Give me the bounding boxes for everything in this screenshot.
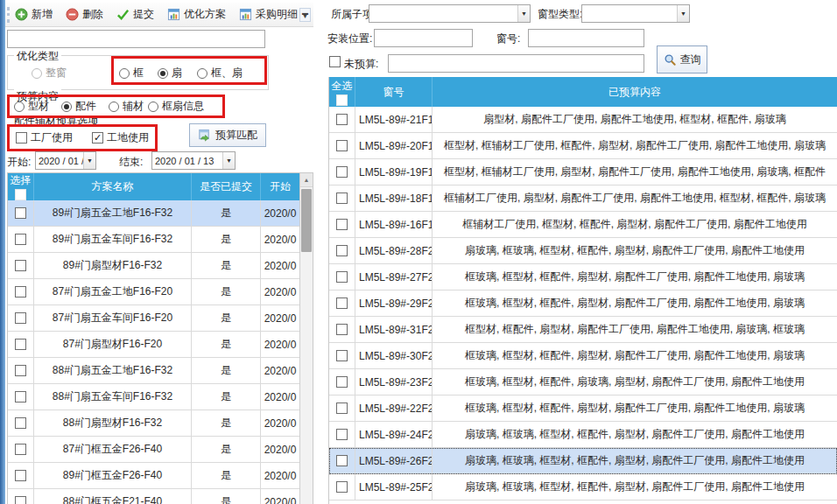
radio-option[interactable]: 型材 <box>14 99 49 114</box>
row-checkbox[interactable] <box>336 324 348 335</box>
chevron-down-icon[interactable]: ▼ <box>677 5 689 22</box>
radio-option[interactable]: 框、扇 <box>197 66 243 80</box>
start-date-picker[interactable]: 2020 / 01 / 1 ▼ <box>35 151 96 170</box>
submit-button[interactable]: 提交 <box>116 5 155 24</box>
window-no-column-header: 窗号 <box>355 77 433 107</box>
row-checkbox[interactable] <box>336 271 348 283</box>
unbudgeted-input[interactable] <box>389 55 644 72</box>
scrollbar-thumb[interactable] <box>301 189 312 252</box>
row-checkbox[interactable] <box>336 455 348 466</box>
row-checkbox[interactable] <box>15 470 26 481</box>
table-row[interactable]: LM5L-89#-20F18框型材, 框辅材工厂使用, 框配件, 扇型材, 扇配… <box>329 133 837 159</box>
plan-filter-input[interactable] <box>7 30 265 48</box>
table-row[interactable]: LM5L-89#-30F28框玻璃, 框型材, 框配件, 扇型材, 扇配件工厂使… <box>329 343 837 369</box>
radio-icon[interactable] <box>109 102 119 112</box>
radio-option[interactable]: 辅材 <box>109 99 144 114</box>
table-row[interactable]: 89#门扇五金工地F16-F32是2020/0 <box>8 200 313 227</box>
table-row[interactable]: 87#门扇五金工地F16-F20是2020/0 <box>8 279 313 305</box>
radio-selected-icon[interactable] <box>61 102 72 112</box>
row-checkbox[interactable] <box>336 298 348 309</box>
window-no-input[interactable] <box>529 30 644 46</box>
budget-match-button[interactable]: 预算匹配 <box>189 123 266 147</box>
table-row[interactable]: LM5L-89#-26F24扇玻璃, 框玻璃, 框型材, 框配件, 扇型材, 扇… <box>329 448 837 474</box>
chevron-down-icon[interactable]: ▼ <box>83 152 95 169</box>
row-checkbox[interactable] <box>15 286 26 298</box>
table-row[interactable]: 87#门扇型材F16-F20是2020/0 <box>8 332 313 358</box>
select-all-checkbox[interactable] <box>336 94 348 106</box>
row-checkbox[interactable] <box>15 207 26 219</box>
select-all-checkbox[interactable] <box>15 189 26 200</box>
row-checkbox[interactable] <box>15 312 26 324</box>
radio-option[interactable]: 框 <box>119 66 144 80</box>
table-row[interactable]: 88#门扇五金工地F16-F32是2020/0 <box>8 358 313 384</box>
table-row[interactable]: 89#门框五金F26-F40是2020/0 <box>8 463 313 489</box>
radio-icon[interactable] <box>14 102 25 112</box>
chevron-down-icon[interactable]: ▼ <box>222 152 235 169</box>
radio-icon[interactable] <box>32 68 42 79</box>
table-row[interactable]: 87#门扇五金车间F16-F20是2020/0 <box>8 305 313 332</box>
scroll-up-icon[interactable]: ▲ <box>300 173 313 187</box>
row-checkbox[interactable] <box>15 339 26 350</box>
radio-icon[interactable] <box>197 68 207 79</box>
table-row[interactable]: 89#门扇五金车间F16-F32是2020/0 <box>8 227 313 253</box>
row-checkbox[interactable] <box>15 260 26 271</box>
checkbox-icon[interactable] <box>16 132 27 144</box>
table-row[interactable]: 88#门扇五金车间F16-F32是2020/0 <box>8 384 313 410</box>
checkbox-option[interactable]: ✓工地使用 <box>92 130 149 145</box>
table-row[interactable]: LM5L-89#-27F25框玻璃, 框型材, 框配件, 扇型材, 扇配件工厂使… <box>329 264 837 290</box>
radio-option[interactable]: 扇 <box>158 66 182 80</box>
toolbar-overflow-button[interactable]: ▬▼ <box>299 8 311 22</box>
delete-button[interactable]: 删除 <box>65 5 104 24</box>
row-checkbox[interactable] <box>336 192 348 204</box>
table-row[interactable]: LM5L-89#-25F23扇玻璃, 框玻璃, 框型材, 框配件, 扇型材, 扇… <box>329 474 837 500</box>
radio-icon[interactable] <box>148 102 158 112</box>
row-checkbox[interactable] <box>15 234 26 245</box>
table-row[interactable]: 87#门框五金F26-F40是2020/0 <box>8 437 313 463</box>
row-checkbox[interactable] <box>15 417 26 429</box>
row-checkbox[interactable] <box>336 481 348 493</box>
table-row[interactable]: LM5L-89#-28F26扇玻璃, 框玻璃, 框型材, 框配件, 扇型材, 扇… <box>329 238 837 264</box>
radio-selected-icon[interactable] <box>158 68 168 79</box>
row-checkbox[interactable] <box>15 496 26 504</box>
row-checkbox[interactable] <box>336 402 348 414</box>
query-button[interactable]: 查询 <box>657 46 707 74</box>
add-button[interactable]: 新增 <box>14 5 53 24</box>
checkbox-checked-icon[interactable]: ✓ <box>92 132 103 144</box>
table-row[interactable]: LM5L-89#-19F17框型材, 框辅材工厂使用, 扇型材, 扇配件工厂使用… <box>329 159 837 186</box>
table-row[interactable]: LM5L-89#-18F16框辅材工厂使用, 扇型材, 扇配件工厂使用, 扇配件… <box>329 186 837 212</box>
row-checkbox[interactable] <box>336 166 348 178</box>
unbudgeted-checkbox[interactable] <box>329 56 341 67</box>
plan-table-scrollbar[interactable]: ▲ <box>299 173 313 504</box>
table-row[interactable]: LM5L-89#-21F19扇型材, 扇配件工厂使用, 扇配件工地使用, 框型材… <box>329 107 837 133</box>
table-row[interactable]: LM5L-89#-16F15框辅材工厂使用, 框型材, 框配件, 扇型材, 扇配… <box>329 212 837 238</box>
row-checkbox[interactable] <box>15 365 26 376</box>
end-date-picker[interactable]: 2020 / 01 / 13 ▼ <box>151 151 236 170</box>
radio-option[interactable]: 框扇信息 <box>148 99 204 114</box>
window-type-select[interactable]: ▼ <box>581 4 690 23</box>
row-checkbox[interactable] <box>336 429 348 440</box>
sub-item-select[interactable]: ▼ <box>369 4 531 23</box>
row-checkbox[interactable] <box>15 391 26 402</box>
table-row[interactable]: LM5L-89#-22F20框玻璃, 框型材, 框配件, 扇型材, 扇配件工厂使… <box>329 396 837 422</box>
table-row[interactable]: LM5L-89#-29F27框玻璃, 框型材, 框配件, 扇型材, 扇配件工厂使… <box>329 290 837 317</box>
table-row[interactable]: LM5L-89#-31F29框型材, 框配件, 扇型材, 扇配件工厂使用, 扇配… <box>329 317 837 343</box>
optimize-plan-button[interactable]: 优化方案 <box>166 5 227 24</box>
checkbox-option[interactable]: 工厂使用 <box>16 130 73 145</box>
radio-icon[interactable] <box>119 68 130 79</box>
table-row[interactable]: 89#门扇型材F16-F32是2020/0 <box>8 253 313 279</box>
row-checkbox[interactable] <box>336 245 348 256</box>
table-row[interactable]: 88#门框五金F21-F40是2020/0 <box>8 489 313 504</box>
row-checkbox[interactable] <box>336 140 348 151</box>
row-checkbox[interactable] <box>15 444 26 455</box>
row-checkbox[interactable] <box>336 219 348 230</box>
table-row[interactable]: LM5L-89#-24F22扇玻璃, 框玻璃, 框型材, 框配件, 扇型材, 扇… <box>329 422 837 448</box>
table-row[interactable]: 88#门扇型材F16-F32是2020/0 <box>8 410 313 437</box>
row-checkbox[interactable] <box>336 114 348 125</box>
toolbar-grip[interactable] <box>7 7 10 23</box>
row-checkbox[interactable] <box>336 350 348 361</box>
table-row[interactable]: LM5L-89#-23F21框玻璃, 框型材, 框配件, 扇玻璃, 扇型材, 扇… <box>329 369 837 396</box>
install-position-input[interactable] <box>375 30 472 46</box>
row-checkbox[interactable] <box>336 376 348 388</box>
radio-option[interactable]: 配件 <box>61 99 96 114</box>
chevron-down-icon[interactable]: ▼ <box>517 5 530 22</box>
